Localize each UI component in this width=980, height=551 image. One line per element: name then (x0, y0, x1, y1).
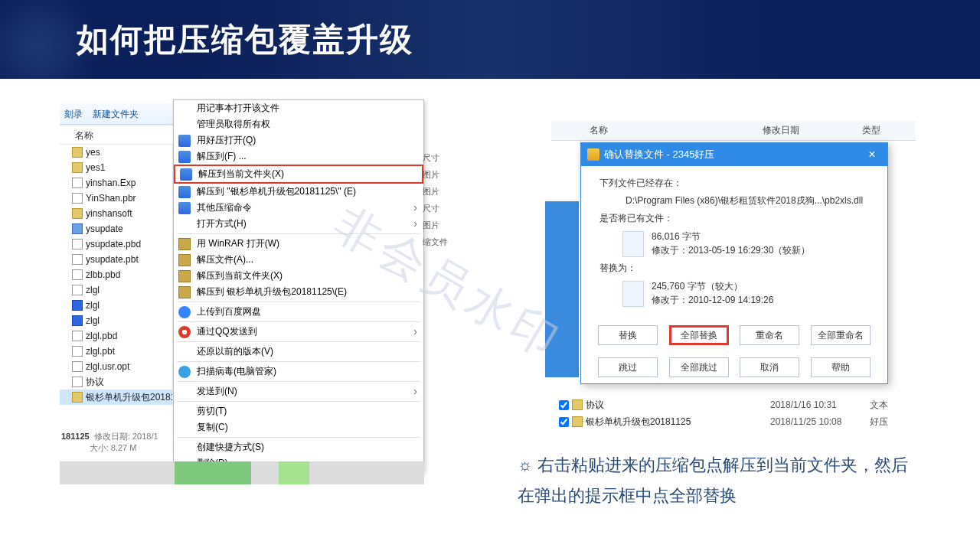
file-row[interactable]: ysupdate.pbt (60, 252, 172, 267)
menu-item[interactable]: 剪切(T) (174, 403, 423, 419)
menu-icon (178, 326, 191, 338)
file-name: 协议 (86, 374, 104, 390)
menu-item[interactable]: 用 WinRAR 打开(W) (174, 236, 423, 252)
file-icon (72, 269, 83, 280)
menu-item[interactable]: 解压到(F) ... (174, 148, 423, 165)
file-icon (72, 147, 83, 158)
menu-item[interactable]: 用记事本打开该文件 (174, 100, 423, 116)
right-file-rows: 协议2018/1/16 10:31文本 银杉单机升级包201811252018/… (551, 396, 916, 430)
menu-item[interactable]: 解压文件(A)... (174, 252, 423, 268)
row-check[interactable] (559, 400, 569, 410)
menu-icon (178, 151, 191, 163)
dlg-button[interactable]: 重命名 (740, 325, 799, 345)
new-entry: 245,760 字节（较大） 修改于：2010-12-09 14:19:26 (622, 279, 869, 307)
file-icon (572, 416, 583, 427)
file-name: zlgl (86, 282, 100, 298)
list-item[interactable]: 协议2018/1/16 10:31文本 (551, 396, 916, 413)
detail-name: 181125 (61, 432, 90, 441)
file-name: yes (86, 145, 100, 160)
menu-item[interactable]: 解压到 银杉单机升级包20181125\(E) (174, 284, 423, 300)
menu-item[interactable]: 扫描病毒(电脑管家) (174, 364, 423, 380)
file-row[interactable]: zlgl (60, 313, 172, 328)
col-type[interactable]: 类型 (862, 124, 880, 137)
dlg-button[interactable]: 全部重命名 (811, 325, 871, 345)
dlg-button[interactable]: 替换 (598, 325, 658, 345)
row-check[interactable] (559, 417, 569, 427)
file-row[interactable]: zlgl (60, 282, 172, 298)
file-row[interactable]: yes1 (60, 160, 172, 175)
context-menu[interactable]: 用记事本打开该文件管理员取得所有权用好压打开(Q)解压到(F) ...解压到当前… (173, 99, 424, 472)
file-row[interactable]: 银杉单机升级包20181 (60, 390, 172, 405)
dlg-line3: 替换为： (599, 262, 869, 275)
dlg-line1: 下列文件已经存在： (599, 177, 869, 190)
status-ruler (60, 461, 424, 484)
menu-item[interactable]: 打开方式(H) (174, 216, 423, 232)
menu-icon (178, 202, 191, 214)
file-icon (72, 392, 83, 403)
file-row[interactable]: zlgl.usr.opt (60, 359, 172, 374)
file-row[interactable]: yinshan.Exp (60, 175, 172, 191)
dlg-button[interactable]: 帮助 (811, 357, 871, 377)
existing-entry: 86,016 字节 修改于：2013-05-19 16:29:30（较新） (622, 230, 869, 257)
toolbar-newfolder[interactable]: 新建文件夹 (93, 109, 139, 119)
menu-item[interactable]: 复制(C) (174, 419, 423, 435)
screenshot-dialog: 名称 修改日期 类型 % 确认替换文件 - 2345好压 × 下列文件已经存在：… (551, 121, 916, 430)
file-row[interactable]: zlgl.pbt (60, 344, 172, 359)
new-date: 修改于：2010-12-09 14:19:26 (652, 293, 773, 307)
file-row[interactable]: zlbb.pbd (60, 267, 172, 282)
side-hints: 尺寸图片图片尺寸图片缩文件 (423, 149, 453, 250)
menu-item[interactable]: 还原以前的版本(V) (174, 344, 423, 360)
file-row[interactable]: 协议 (60, 374, 172, 390)
menu-icon (178, 238, 191, 250)
detail-size: 大小: 8.27 M (90, 443, 137, 452)
file-name: yinshansoft (86, 206, 132, 221)
existing-size: 86,016 字节 (652, 230, 810, 243)
selection-details: 181125 修改日期: 2018/1 大小: 8.27 M (61, 431, 158, 454)
dialog-titlebar: 确认替换文件 - 2345好压 × (581, 143, 887, 166)
menu-item[interactable]: 解压到当前文件夹(X) (174, 165, 423, 184)
menu-item[interactable]: 其他压缩命令 (174, 200, 423, 216)
dlg-button[interactable]: 取消 (740, 357, 799, 377)
file-name: zlgl (86, 298, 100, 313)
menu-item[interactable]: 创建快捷方式(S) (174, 439, 423, 455)
menu-icon (180, 168, 192, 181)
file-name: yes1 (86, 160, 105, 175)
dlg-button[interactable]: 全部替换 (669, 325, 729, 345)
file-row[interactable]: zlgl (60, 298, 172, 313)
menu-item[interactable]: 解压到 "银杉单机升级包20181125\" (E) (174, 184, 423, 200)
menu-item[interactable]: 管理员取得所有权 (174, 116, 423, 132)
file-icon (72, 331, 83, 341)
file-row[interactable]: YinShan.pbr (60, 191, 172, 206)
file-name: YinShan.pbr (86, 191, 136, 206)
file-name: ysupdate.pbt (86, 252, 139, 267)
file-row[interactable]: zlgl.pbd (60, 328, 172, 344)
col-date[interactable]: 修改日期 (763, 124, 862, 137)
file-name: zlgl.pbd (86, 328, 117, 344)
progress-sidebar: % (545, 201, 579, 377)
toolbar-burn[interactable]: 刻录 (64, 109, 83, 119)
menu-item[interactable]: 解压到当前文件夹(X) (174, 268, 423, 284)
file-icon (72, 178, 83, 188)
file-name: ysupdate.pbd (86, 236, 141, 252)
close-icon[interactable]: × (857, 143, 887, 166)
menu-item[interactable]: 发送到(N) (174, 383, 423, 399)
dlg-button[interactable]: 跳过 (598, 357, 658, 377)
file-row[interactable]: ysupdate (60, 221, 172, 236)
menu-icon (178, 286, 191, 298)
file-row[interactable]: yes (60, 145, 172, 160)
menu-item[interactable]: 用好压打开(Q) (174, 132, 423, 148)
menu-icon (178, 306, 191, 318)
menu-item[interactable]: 通过QQ发送到 (174, 324, 423, 340)
file-name: ysupdate (86, 221, 123, 236)
dlg-button[interactable]: 全部跳过 (669, 357, 729, 377)
file-row[interactable]: yinshansoft (60, 206, 172, 221)
list-item[interactable]: 银杉单机升级包201811252018/11/25 10:08好压 (551, 413, 916, 430)
col-name[interactable]: 名称 (551, 124, 763, 137)
file-name: zlgl (86, 313, 100, 328)
dialog-body: 下列文件已经存在： D:\Program Files (x86)\银杉租赁软件2… (581, 166, 887, 319)
detail-date: 修改日期: 2018/1 (94, 432, 158, 441)
menu-icon (178, 135, 191, 147)
menu-item[interactable]: 上传到百度网盘 (174, 304, 423, 320)
file-icon (72, 315, 83, 326)
file-row[interactable]: ysupdate.pbd (60, 236, 172, 252)
